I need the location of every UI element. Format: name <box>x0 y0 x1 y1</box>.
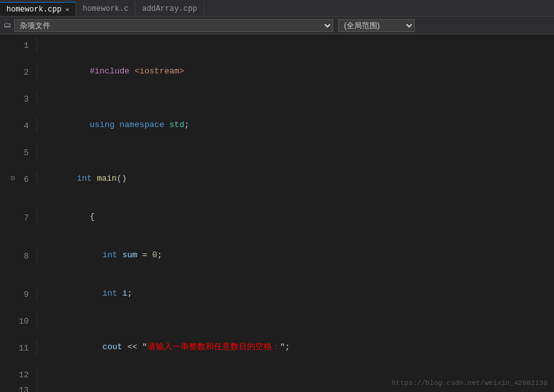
code-line: 2 #include <iostream> <box>8 52 554 91</box>
tab-close-icon[interactable]: ✕ <box>65 6 69 13</box>
line-number: 12 <box>18 366 37 382</box>
line-content: { <box>37 198 554 236</box>
code-editor[interactable]: 1 2 #include <iostream> 3 4 using namesp… <box>0 34 554 392</box>
line-number: 9 <box>18 286 37 301</box>
line-content: #include <iostream> <box>37 52 554 91</box>
scope-select[interactable]: (全局范围) <box>338 19 415 32</box>
fold-gutter <box>8 211 18 223</box>
fold-gutter <box>8 249 18 262</box>
fold-gutter <box>8 119 18 132</box>
line-content: int i; <box>37 275 554 313</box>
code-line: 10 <box>8 313 554 328</box>
line-content: using namespace std; <box>37 106 554 144</box>
fold-gutter <box>8 368 18 381</box>
line-number: 11 <box>18 340 37 355</box>
code-line: 8 int sum = 0; <box>8 236 554 275</box>
line-number: 5 <box>18 144 37 160</box>
fold-icon[interactable]: ⊟ <box>8 172 18 185</box>
watermark: https://blog.csdn.net/weixin_42082138 <box>392 379 548 387</box>
line-number: 10 <box>18 313 37 328</box>
line-number: 2 <box>18 64 37 79</box>
code-line: 5 <box>8 144 554 160</box>
code-line: ⊟ 6 int main() <box>8 160 554 198</box>
fold-gutter <box>8 341 18 354</box>
tab-bar: homework.cpp ✕ homework.c addArray.cpp <box>0 0 554 17</box>
line-number: 3 <box>18 91 37 106</box>
code-line: 4 using namespace std; <box>8 106 554 144</box>
code-line: 11 cout << "请输入一串整数和任意数目的空格："; <box>8 328 554 366</box>
fold-gutter <box>8 92 18 105</box>
fold-gutter <box>8 65 18 78</box>
toolbar-left: 🗂 杂项文件 <box>4 19 333 32</box>
line-content: int main() <box>37 160 554 198</box>
tab-label: homework.c <box>82 4 128 13</box>
fold-gutter <box>8 383 18 392</box>
line-number: 13 <box>18 382 37 392</box>
file-icon: 🗂 <box>4 20 11 30</box>
fold-gutter <box>8 38 18 51</box>
code-line: 7 { <box>8 198 554 236</box>
code-line: 9 int i; <box>8 275 554 313</box>
code-line: 1 <box>8 37 554 52</box>
tab-homework-c[interactable]: homework.c <box>76 2 135 16</box>
line-content: cout << "请输入一串整数和任意数目的空格："; <box>37 328 554 366</box>
fold-gutter <box>8 314 18 327</box>
tab-label: addArray.cpp <box>142 4 197 13</box>
line-number: 6 <box>18 171 37 186</box>
breadcrumb-select[interactable]: 杂项文件 <box>14 19 333 32</box>
toolbar: 🗂 杂项文件 (全局范围) <box>0 17 554 34</box>
line-number: 4 <box>18 117 37 133</box>
tab-addarray-cpp[interactable]: addArray.cpp <box>135 2 204 16</box>
fold-gutter <box>8 287 18 300</box>
tab-label: homework.cpp <box>6 5 61 14</box>
code-line: 3 <box>8 91 554 106</box>
line-number: 7 <box>18 209 37 225</box>
line-number: 8 <box>18 248 37 263</box>
code-area: 1 2 #include <iostream> 3 4 using namesp… <box>0 34 554 392</box>
fold-gutter <box>8 146 18 158</box>
tab-homework-cpp[interactable]: homework.cpp ✕ <box>0 2 76 16</box>
line-content: int sum = 0; <box>37 236 554 275</box>
line-number: 1 <box>18 37 37 52</box>
